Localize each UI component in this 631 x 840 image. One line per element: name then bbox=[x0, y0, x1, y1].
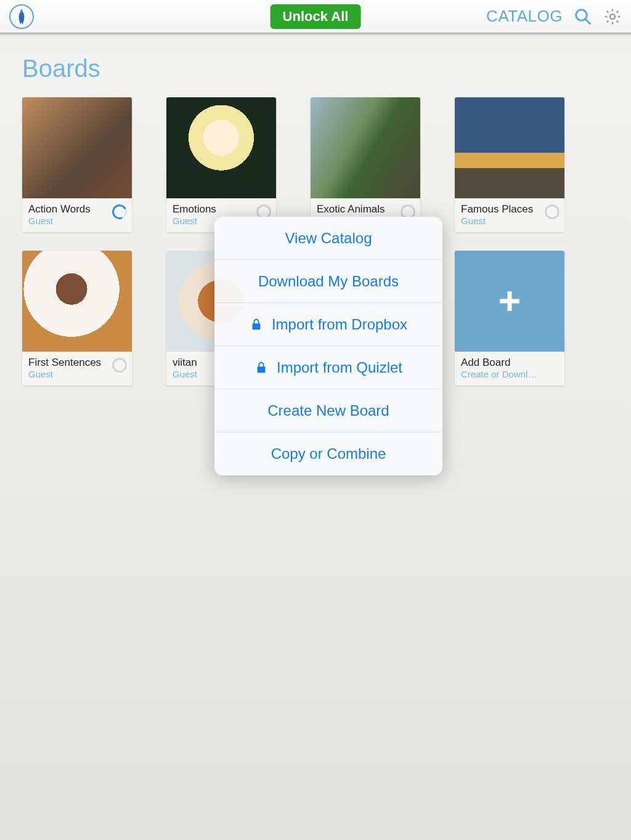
board-owner: Guest bbox=[461, 216, 541, 226]
menu-import-quizlet[interactable]: Import from Quizlet bbox=[214, 346, 442, 389]
menu-download-my-boards[interactable]: Download My Boards bbox=[214, 260, 442, 303]
menu-label: Import from Quizlet bbox=[277, 359, 402, 376]
board-thumbnail bbox=[22, 97, 132, 198]
board-title: First Sentences bbox=[28, 357, 126, 369]
board-thumbnail bbox=[22, 251, 132, 352]
menu-label: Copy or Combine bbox=[271, 445, 386, 462]
board-card[interactable]: Famous Places Guest bbox=[455, 97, 564, 232]
board-owner: Guest bbox=[28, 216, 108, 226]
add-board-subtitle: Create or Downlo… bbox=[461, 369, 541, 379]
plus-icon bbox=[497, 288, 523, 314]
add-board-title: Add Board bbox=[461, 357, 558, 369]
unlock-all-button[interactable]: Unlock All bbox=[271, 4, 361, 29]
toolbar-right-group: CATALOG bbox=[486, 7, 622, 26]
board-title: Famous Places bbox=[461, 203, 558, 216]
add-board-card[interactable]: Add Board Create or Downlo… bbox=[455, 251, 564, 386]
add-board-popover: View Catalog Download My Boards Import f… bbox=[214, 217, 442, 475]
board-footer: First Sentences Guest bbox=[22, 352, 132, 386]
board-thumbnail bbox=[311, 97, 420, 198]
menu-label: Import from Dropbox bbox=[272, 316, 407, 333]
board-title: Emotions bbox=[173, 203, 270, 216]
board-title: Action Words bbox=[28, 203, 126, 216]
menu-import-dropbox[interactable]: Import from Dropbox bbox=[214, 303, 442, 346]
lock-icon bbox=[250, 318, 263, 331]
board-card[interactable]: Action Words Guest bbox=[22, 97, 132, 232]
svg-point-2 bbox=[610, 14, 615, 19]
lock-icon bbox=[254, 361, 268, 374]
top-toolbar: Unlock All CATALOG bbox=[0, 0, 631, 33]
menu-label: Download My Boards bbox=[258, 273, 399, 290]
menu-label: Create New Board bbox=[267, 402, 389, 419]
svg-point-0 bbox=[576, 9, 587, 20]
board-footer: Action Words Guest bbox=[22, 198, 132, 232]
menu-view-catalog[interactable]: View Catalog bbox=[214, 217, 442, 260]
menu-label: View Catalog bbox=[285, 230, 372, 247]
board-card[interactable]: Exotic Animals Guest bbox=[311, 97, 420, 232]
board-card[interactable]: First Sentences Guest bbox=[22, 251, 132, 386]
gear-icon[interactable] bbox=[603, 7, 622, 26]
board-title: Exotic Animals bbox=[317, 203, 414, 216]
app-logo-icon[interactable] bbox=[9, 4, 34, 29]
menu-create-new-board[interactable]: Create New Board bbox=[214, 389, 442, 432]
svg-line-1 bbox=[585, 18, 591, 24]
progress-ring-icon bbox=[545, 204, 560, 219]
board-footer: Famous Places Guest bbox=[455, 198, 564, 232]
board-footer: Add Board Create or Downlo… bbox=[455, 352, 564, 386]
progress-ring-icon bbox=[112, 358, 127, 373]
board-card[interactable]: Emotions Guest bbox=[166, 97, 276, 232]
catalog-link[interactable]: CATALOG bbox=[486, 7, 563, 26]
menu-copy-or-combine[interactable]: Copy or Combine bbox=[214, 432, 442, 475]
page-title: Boards bbox=[22, 55, 631, 83]
board-owner: Guest bbox=[28, 369, 108, 379]
board-thumbnail bbox=[455, 97, 564, 198]
search-icon[interactable] bbox=[574, 7, 592, 26]
board-thumbnail bbox=[166, 97, 276, 198]
add-board-thumbnail bbox=[455, 251, 564, 352]
